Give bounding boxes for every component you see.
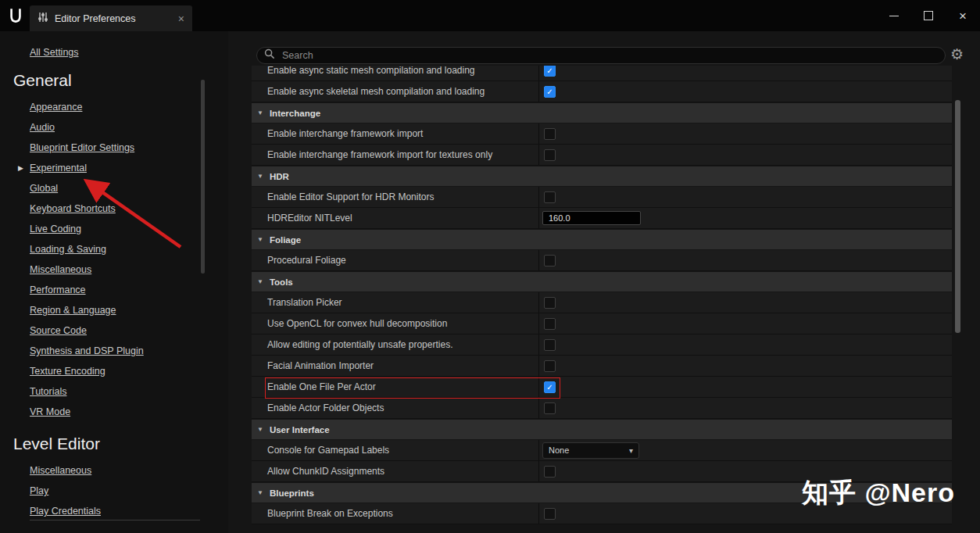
text-input-hdreditor-nitlevel[interactable]: 160.0 [542,211,641,225]
sidebar-item-label: Live Coding [30,224,81,234]
dropdown-console-for-gamepad-labels[interactable]: None▾ [542,442,639,459]
setting-value: 160.0 [539,208,952,228]
setting-label: Use OpenCL for convex hull decomposition [252,313,539,334]
setting-row-enable-async-skeletal-mesh-compilation-and-loading: Enable async skeletal mesh compilation a… [252,81,952,102]
setting-value [539,187,952,207]
checkbox-translation-picker[interactable] [544,297,556,309]
sidebar-item-global[interactable]: Global [30,178,228,199]
unreal-engine-logo-icon [5,5,26,26]
setting-value [539,145,952,165]
sliders-icon [38,12,48,26]
checkbox-allow-editing-of-potentially-unsafe-properties[interactable] [544,339,556,351]
setting-row-translation-picker: Translation Picker [252,292,952,313]
sidebar-item-performance[interactable]: Performance [30,280,228,300]
setting-value [539,334,952,355]
settings-scrollbar[interactable] [955,100,960,333]
setting-value [539,292,952,313]
checkbox-enable-interchange-framework-import[interactable] [544,128,556,140]
sidebar-item-audio[interactable]: Audio [30,117,228,138]
sidebar-item-tutorials[interactable]: Tutorials [30,381,228,402]
setting-row-enable-interchange-framework-import-for-textures-only: Enable interchange framework import for … [252,145,952,166]
setting-value [539,123,952,144]
settings-panel: ⚙ Enable async static mesh compilation a… [228,31,980,533]
sidebar-item-experimental[interactable]: ▶Experimental [30,158,228,178]
sidebar-item-miscellaneous-level-editor[interactable]: Miscellaneous [30,460,228,481]
tab-close-icon[interactable]: × [178,13,184,24]
sidebar-item-texture-encoding[interactable]: Texture Encoding [30,361,228,381]
maximize-button[interactable] [911,0,946,31]
tab-editor-preferences[interactable]: Editor Preferences × [30,5,192,31]
search-bar[interactable] [256,47,946,64]
setting-row-enable-editor-support-for-hdr-monitors: Enable Editor Support for HDR Monitors [252,187,952,208]
watermark-text: 知乎 @Nero [802,475,955,511]
sidebar-item-miscellaneous[interactable]: Miscellaneous [30,259,228,280]
sidebar-item-label: Audio [30,122,55,133]
category-row-user-interface[interactable]: ▼User Interface [252,420,952,439]
checkbox-enable-interchange-framework-import-for-textures-only[interactable] [544,149,556,161]
collapse-arrow-icon: ▼ [257,109,263,116]
setting-row-hdreditor-nitlevel: HDREditor NITLevel160.0 [252,208,952,229]
search-input[interactable] [281,49,938,62]
minimize-button[interactable] [877,0,911,31]
sidebar-item-play-level-editor[interactable]: Play [30,481,228,501]
setting-label: Enable One File Per Actor [252,377,539,397]
checkbox-enable-one-file-per-actor[interactable]: ✓ [544,381,556,393]
sidebar-item-region-language[interactable]: Region & Language [30,300,228,320]
category-row-foliage[interactable]: ▼Foliage [252,230,952,249]
category-label: HDR [270,172,289,181]
setting-row-use-opencl-for-convex-hull-decomposition: Use OpenCL for convex hull decomposition [252,313,952,334]
sidebar-item-label: Appearance [30,102,82,113]
checkbox-procedural-foliage[interactable] [544,255,556,266]
setting-value: ✓ [539,66,952,80]
checkbox-blueprint-break-on-exceptions[interactable] [544,508,556,520]
category-row-hdr[interactable]: ▼HDR [252,166,952,186]
setting-row-enable-actor-folder-objects: Enable Actor Folder Objects [252,398,952,419]
setting-value: None▾ [539,440,952,460]
sidebar-item-appearance[interactable]: Appearance [30,97,228,117]
sidebar-item-synthesis-and-dsp-plugin[interactable]: Synthesis and DSP Plugin [30,341,228,361]
checkbox-facial-animation-importer[interactable] [544,360,556,372]
setting-row-facial-animation-importer: Facial Animation Importer [252,356,952,377]
sidebar-item-label: Texture Encoding [30,366,106,377]
category-label: Interchange [270,109,320,118]
checkbox-allow-chunkid-assignments[interactable] [544,466,556,478]
setting-label: Enable Actor Folder Objects [252,398,539,418]
setting-label: Enable Editor Support for HDR Monitors [252,187,539,207]
sidebar-item-play-credentials-level-editor[interactable]: Play Credentials [30,501,228,521]
setting-value [539,313,952,334]
sidebar-scrollbar[interactable] [201,80,205,274]
sidebar-item-source-code[interactable]: Source Code [30,320,228,341]
setting-label: Translation Picker [252,292,539,313]
sidebar-item-all-settings[interactable]: All Settings [30,47,79,58]
setting-row-enable-async-static-mesh-compilation-and-loading: Enable async static mesh compilation and… [252,66,952,81]
collapse-arrow-icon: ▼ [257,426,263,433]
search-icon [264,48,275,63]
setting-label: Console for Gamepad Labels [252,440,539,460]
checkbox-enable-actor-folder-objects[interactable] [544,402,556,414]
sidebar-item-label: Loading & Saving [30,244,106,255]
sidebar-item-loading-saving[interactable]: Loading & Saving [30,239,228,259]
collapse-arrow-icon: ▼ [257,278,263,285]
collapse-arrow-icon: ▼ [257,173,263,180]
collapse-arrow-icon: ▼ [257,489,263,496]
category-label: Foliage [270,235,301,245]
category-label: Blueprints [270,488,314,498]
setting-row-allow-editing-of-potentially-unsafe-properties: Allow editing of potentially unsafe prop… [252,334,952,356]
gear-icon[interactable]: ⚙ [950,45,964,63]
checkbox-enable-async-static-mesh-compilation-and-loading[interactable]: ✓ [544,66,556,77]
close-button[interactable]: × [946,0,980,31]
sidebar-item-keyboard-shortcuts[interactable]: Keyboard Shortcuts [30,199,228,219]
category-row-interchange[interactable]: ▼Interchange [252,103,952,123]
sidebar-section-general: General [13,71,228,90]
setting-label: Enable interchange framework import for … [252,145,539,165]
checkbox-enable-editor-support-for-hdr-monitors[interactable] [544,191,556,203]
sidebar-item-live-coding[interactable]: Live Coding [30,219,228,239]
dropdown-selected-value: None [549,445,569,455]
sidebar-item-label: Synthesis and DSP Plugin [30,345,144,356]
category-row-tools[interactable]: ▼Tools [252,272,952,292]
checkbox-use-opencl-for-convex-hull-decomposition[interactable] [544,318,556,330]
sidebar-item-vr-mode[interactable]: VR Mode [30,402,228,422]
sidebar-item-blueprint-editor-settings[interactable]: Blueprint Editor Settings [30,138,228,158]
setting-label: Enable async skeletal mesh compilation a… [252,81,539,102]
checkbox-enable-async-skeletal-mesh-compilation-and-loading[interactable]: ✓ [544,86,556,98]
